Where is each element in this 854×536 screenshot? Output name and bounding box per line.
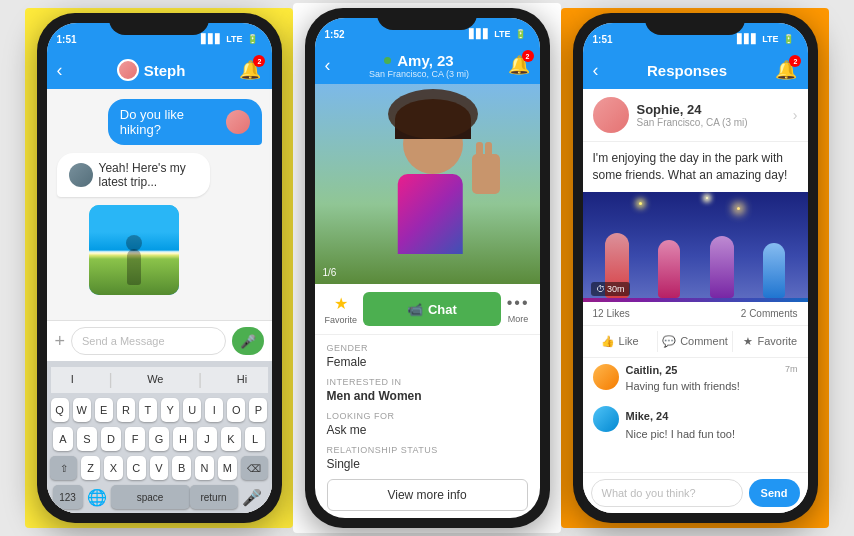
favorite-reaction-button[interactable]: ★ Favorite (733, 331, 807, 352)
key-v[interactable]: V (150, 456, 169, 480)
online-indicator (384, 57, 391, 64)
response-input[interactable]: What do you think? (591, 479, 743, 507)
status-right-3: ▋▋▋ LTE 🔋 (737, 34, 793, 44)
send-button[interactable]: Send (749, 479, 800, 507)
body (398, 174, 463, 254)
chat-input-area: + Send a Message 🎤 (47, 320, 272, 361)
key-i[interactable]: I (205, 398, 223, 422)
comment-avatar-2 (593, 406, 619, 432)
keyboard-row-2: A S D F G H J K L (51, 427, 268, 451)
badge-2: 2 (522, 50, 534, 62)
key-z[interactable]: Z (81, 456, 100, 480)
key-return[interactable]: return (190, 485, 238, 509)
like-button[interactable]: 👍 Like (583, 331, 658, 352)
phone1-background: 1:51 ▋▋▋ LTE 🔋 ‹ Steph 🔔 (25, 8, 293, 528)
selfie-background (315, 84, 540, 284)
nav-bar-3: ‹ Responses 🔔 2 (583, 51, 808, 89)
key-k[interactable]: K (221, 427, 241, 451)
chat-button[interactable]: 📹 Chat (363, 292, 501, 326)
battery-icon-1: 🔋 (247, 34, 258, 44)
phone3: 1:51 ▋▋▋ LTE 🔋 ‹ Responses 🔔 2 (573, 13, 818, 523)
signal-icon-2: ▋▋▋ (469, 29, 490, 39)
photo-preview[interactable] (89, 205, 179, 295)
signal-icon-3: ▋▋▋ (737, 34, 758, 44)
face (403, 114, 463, 174)
post-image[interactable]: ⏱ 30m (583, 192, 808, 302)
key-c[interactable]: C (127, 456, 146, 480)
key-m[interactable]: M (218, 456, 237, 480)
key-dictate[interactable]: 🎤 (238, 485, 266, 509)
key-g[interactable]: G (149, 427, 169, 451)
key-d[interactable]: D (101, 427, 121, 451)
key-j[interactable]: J (197, 427, 217, 451)
key-t[interactable]: T (139, 398, 157, 422)
post-stats-bar: 12 Likes 2 Comments (583, 302, 808, 326)
key-h[interactable]: H (173, 427, 193, 451)
notification-2[interactable]: 🔔 2 (508, 54, 530, 76)
favorite-label-3: Favorite (757, 335, 797, 347)
key-123[interactable]: 123 (53, 485, 83, 509)
person-head (126, 235, 142, 251)
quick-word-2[interactable]: We (141, 371, 169, 389)
back-button-1[interactable]: ‹ (57, 60, 63, 81)
comments-count: 2 Comments (741, 308, 798, 319)
mic-button[interactable]: 🎤 (232, 327, 264, 355)
phone3-screen: 1:51 ▋▋▋ LTE 🔋 ‹ Responses 🔔 2 (583, 23, 808, 513)
notch3 (645, 13, 745, 35)
response-user-location: San Francisco, CA (3 mi) (637, 117, 748, 128)
phone3-background: 1:51 ▋▋▋ LTE 🔋 ‹ Responses 🔔 2 (561, 8, 829, 528)
response-profile-row[interactable]: Sophie, 24 San Francisco, CA (3 mi) › (583, 89, 808, 142)
view-more-button[interactable]: View more info (327, 479, 528, 511)
key-e[interactable]: E (95, 398, 113, 422)
key-u[interactable]: U (183, 398, 201, 422)
key-f[interactable]: F (125, 427, 145, 451)
notification-1[interactable]: 🔔 2 (239, 59, 261, 81)
key-w[interactable]: W (73, 398, 91, 422)
key-l[interactable]: L (245, 427, 265, 451)
gender-label: Gender (327, 343, 528, 353)
key-x[interactable]: X (104, 456, 123, 480)
back-button-2[interactable]: ‹ (325, 55, 331, 76)
key-r[interactable]: R (117, 398, 135, 422)
comment-button[interactable]: 💬 Comment (658, 331, 733, 352)
key-n[interactable]: N (195, 456, 214, 480)
interested-value: Men and Women (327, 389, 528, 403)
key-space[interactable]: space (111, 485, 190, 509)
key-y[interactable]: Y (161, 398, 179, 422)
favorite-button[interactable]: ★ Favorite (325, 294, 358, 325)
back-button-3[interactable]: ‹ (593, 60, 599, 81)
key-delete[interactable]: ⌫ (241, 456, 268, 480)
lte-1: LTE (226, 34, 242, 44)
key-a[interactable]: A (53, 427, 73, 451)
nav-center-2: Amy, 23 San Francisco, CA (3 mi) (369, 52, 469, 79)
key-o[interactable]: O (227, 398, 245, 422)
sender-avatar (226, 110, 250, 134)
message-text-sent: Do you like hiking? (120, 107, 220, 137)
more-button[interactable]: ••• More (507, 294, 530, 324)
post-text: I'm enjoying the day in the park with so… (583, 142, 808, 192)
quick-word-3[interactable]: Hi (231, 371, 253, 389)
key-emoji[interactable]: 🌐 (83, 485, 111, 509)
more-label: More (508, 314, 529, 324)
time-1: 1:51 (57, 34, 77, 45)
plus-button[interactable]: + (55, 331, 66, 352)
key-q[interactable]: Q (51, 398, 69, 422)
profile-info: Gender Female Interested in Men and Wome… (315, 335, 540, 518)
notch1 (109, 13, 209, 35)
profile-photo[interactable]: 1/6 (315, 84, 540, 284)
key-shift[interactable]: ⇧ (50, 456, 77, 480)
message-input[interactable]: Send a Message (71, 327, 225, 355)
comment-body-1: Having fun with friends! (626, 380, 740, 392)
comment-avatar-1 (593, 364, 619, 390)
notification-3[interactable]: 🔔 2 (775, 59, 797, 81)
video-icon: 📹 (407, 302, 423, 317)
chat-label: Chat (428, 302, 457, 317)
phone2-background: 1:52 ▋▋▋ LTE 🔋 ‹ Amy, 23 (293, 3, 561, 533)
key-b[interactable]: B (172, 456, 191, 480)
key-s[interactable]: S (77, 427, 97, 451)
response-user-name: Sophie, 24 (637, 102, 748, 117)
comment-row-1: Caitlin, 25 7m (626, 364, 798, 376)
chat-messages: Do you like hiking? Yeah! Here's my late… (47, 89, 272, 320)
key-p[interactable]: P (249, 398, 267, 422)
quick-word-1[interactable]: I (65, 371, 80, 389)
